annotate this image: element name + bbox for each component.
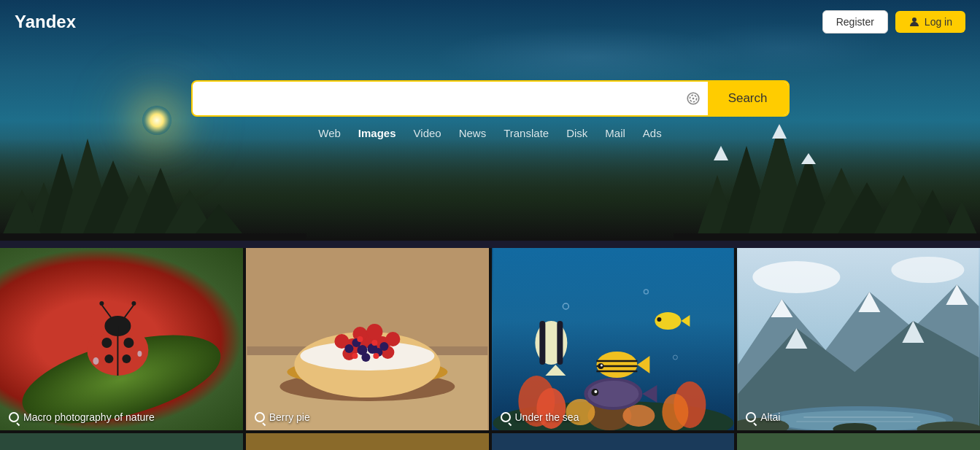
grid-label-altai: Altai: [746, 411, 780, 423]
svg-rect-86: [557, 321, 563, 365]
svg-rect-85: [539, 321, 545, 365]
search-icon-berrypie: [255, 412, 265, 422]
svg-point-62: [344, 344, 353, 353]
grid-item-b4[interactable]: [737, 433, 980, 450]
berrypie-illustration: [246, 248, 489, 430]
grid-item-ladybug[interactable]: Macro photography of nature: [0, 248, 243, 430]
search-icon-ladybug: [9, 412, 19, 422]
nav-ads[interactable]: Ads: [643, 127, 662, 139]
header: Yandex Register Log in: [0, 0, 980, 44]
grid-row-2: [0, 433, 980, 450]
grid-label-berrypie: Berry pie: [255, 411, 310, 423]
grid-image-altai: [737, 248, 980, 430]
svg-point-32: [101, 338, 112, 348]
svg-point-0: [912, 18, 917, 22]
grid-row-1: Macro photography of nature: [0, 248, 980, 430]
login-label: Log in: [925, 16, 952, 28]
svg-marker-18: [801, 153, 816, 164]
svg-point-63: [379, 342, 388, 351]
logo-text: Yandex: [15, 12, 76, 31]
person-icon: [908, 16, 920, 28]
grid-item-altai[interactable]: Altai: [737, 248, 980, 430]
svg-point-101: [892, 257, 965, 283]
svg-point-83: [600, 365, 602, 367]
logo: Yandex: [15, 12, 76, 32]
svg-marker-16: [714, 146, 728, 160]
svg-point-66: [352, 353, 358, 359]
grid-item-undersea[interactable]: Under the sea: [492, 248, 735, 430]
svg-point-67: [373, 353, 379, 359]
svg-point-35: [122, 354, 131, 363]
nav-links: Web Images Video News Translate Disk Mai…: [318, 127, 661, 139]
svg-point-39: [131, 301, 136, 306]
nav-mail[interactable]: Mail: [605, 127, 625, 139]
svg-line-37: [123, 305, 134, 319]
ladybug-illustration: [0, 248, 243, 430]
nav-images[interactable]: Images: [358, 127, 396, 139]
svg-point-33: [123, 338, 134, 348]
svg-point-73: [662, 394, 688, 430]
nav-web[interactable]: Web: [318, 127, 341, 139]
svg-point-95: [594, 390, 597, 393]
svg-point-41: [137, 351, 142, 357]
camera-search-button[interactable]: [679, 84, 708, 113]
nav-video[interactable]: Video: [414, 127, 441, 139]
grid-item-b3[interactable]: [492, 433, 735, 450]
search-box: Search: [191, 80, 790, 117]
nav-news[interactable]: News: [459, 127, 487, 139]
grid-image-ladybug: [0, 248, 243, 430]
nav-translate[interactable]: Translate: [503, 127, 549, 139]
svg-line-36: [101, 305, 112, 319]
grid-item-b1[interactable]: [0, 433, 243, 450]
svg-rect-24: [674, 233, 980, 241]
search-area: Search Web Images Video News Translate D…: [191, 80, 790, 139]
login-button[interactable]: Log in: [895, 11, 965, 33]
svg-point-52: [366, 324, 382, 340]
grid-item-b2[interactable]: [246, 433, 489, 450]
svg-point-65: [371, 340, 377, 346]
svg-point-27: [692, 98, 694, 100]
search-icon-altai: [746, 412, 756, 422]
grid-item-berrypie[interactable]: Berry pie: [246, 248, 489, 430]
search-icon-undersea: [501, 412, 511, 422]
grid-image-berrypie: [246, 248, 489, 430]
svg-point-38: [99, 301, 104, 306]
camera-icon: [685, 90, 701, 106]
search-input[interactable]: [193, 82, 679, 115]
grid-label-undersea: Under the sea: [501, 411, 579, 423]
image-grid: Macro photography of nature: [0, 248, 980, 450]
grid-image-undersea: [492, 248, 735, 430]
svg-point-100: [753, 261, 841, 293]
header-buttons: Register Log in: [822, 10, 965, 34]
nav-disk[interactable]: Disk: [566, 127, 587, 139]
svg-point-40: [93, 357, 99, 365]
undersea-illustration: [492, 248, 735, 430]
svg-point-34: [104, 354, 113, 363]
register-button[interactable]: Register: [822, 10, 888, 34]
svg-rect-10: [0, 233, 306, 241]
svg-point-90: [657, 317, 661, 322]
svg-point-61: [361, 353, 370, 362]
grid-label-ladybug: Macro photography of nature: [9, 411, 155, 423]
svg-point-64: [357, 336, 363, 342]
search-button[interactable]: Search: [708, 82, 788, 115]
svg-point-76: [622, 405, 655, 427]
altai-illustration: [737, 248, 980, 430]
